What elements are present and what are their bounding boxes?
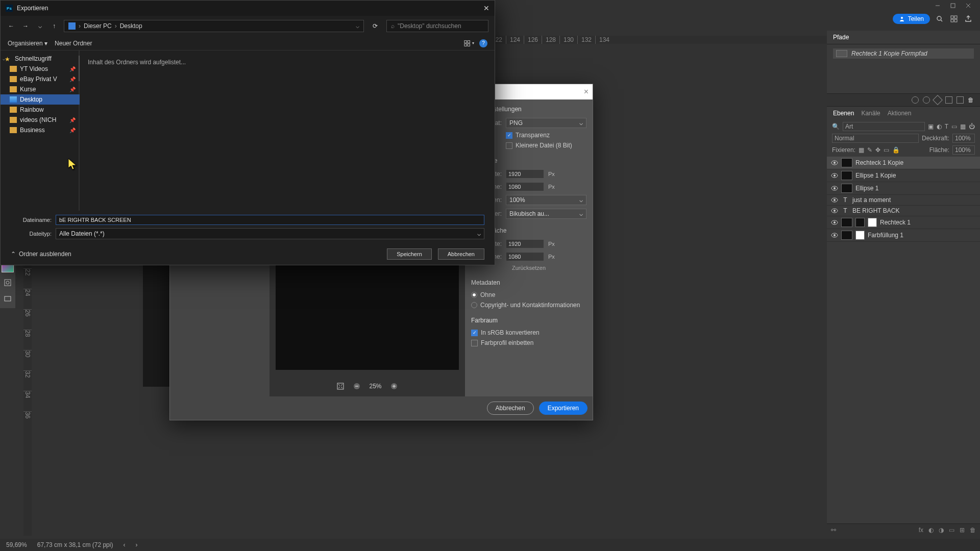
search-box[interactable]: ⌕ "Desktop" durchsuchen [386,20,488,32]
canvas-width-input[interactable] [506,239,544,248]
lock-artboard-icon[interactable]: ▭ [884,146,889,154]
tree-item[interactable]: Rainbow [1,105,80,115]
minimize-button[interactable] [930,1,945,11]
selection-path-icon[interactable] [933,95,943,105]
visibility-icon[interactable] [831,172,838,179]
reset-button[interactable]: Zurücksetzen [471,265,586,271]
fill-path-icon[interactable] [912,96,919,104]
tab-kanaele[interactable]: Kanäle [861,110,880,117]
status-chevron-left[interactable]: ‹ [123,541,125,548]
height-input[interactable] [506,182,544,191]
tree-item[interactable]: ⌵★Schnellzugriff [1,54,80,64]
srgb-checkbox[interactable]: ✓ [471,330,478,336]
share-button[interactable]: Teilen [893,14,930,24]
filter-shape-icon[interactable]: ▭ [951,123,957,130]
visibility-icon[interactable] [831,185,838,192]
save-button[interactable]: Speichern [387,248,432,260]
filter-toggle[interactable]: ⏻ [969,123,975,130]
hide-folders-toggle[interactable]: ⌃Ordner ausblenden [11,251,71,258]
stroke-path-icon[interactable] [923,96,930,104]
layer-row[interactable]: Farbfüllung 1 [827,229,980,242]
zoom-out-icon[interactable] [353,382,361,390]
path-item[interactable]: Rechteck 1 Kopie Formpfad [833,48,974,59]
transparency-checkbox[interactable]: ✓ [506,132,512,139]
smaller-file-checkbox[interactable] [506,142,512,149]
layer-row[interactable]: Tjust a moment [827,195,980,206]
format-select[interactable]: PNG⌵ [506,118,586,128]
resample-select[interactable]: Bikubisch au...⌵ [506,209,586,219]
layer-row[interactable]: Rechteck 1 [827,216,980,229]
close-button[interactable] [961,1,976,11]
layer-row[interactable]: Ellipse 1 Kopie [827,169,980,182]
filter-image-icon[interactable]: ▣ [928,123,934,130]
cancel-button[interactable]: Abbrechen [438,248,484,260]
view-mode-icon[interactable]: ▾ [464,39,474,47]
arrange-icon[interactable] [949,14,959,23]
tree-item[interactable]: Kurse📌 [1,84,80,94]
nav-recent-icon[interactable]: ⌵ [35,22,44,30]
refresh-icon[interactable]: ⟳ [369,22,381,30]
visibility-icon[interactable] [831,219,838,226]
fx-icon[interactable]: fx [919,527,923,534]
zoom-status[interactable]: 59,69% [6,541,27,548]
blend-mode[interactable]: Normal [832,134,919,143]
mask-icon[interactable]: ◐ [928,527,934,534]
breadcrumb-desktop[interactable]: Desktop [120,22,142,30]
mask-path-icon[interactable] [945,96,952,104]
lock-all-icon[interactable]: 🔒 [892,146,900,154]
nav-up-icon[interactable]: ↑ [50,22,59,30]
nav-back-icon[interactable]: ← [7,22,16,30]
tree-item[interactable]: eBay Privat V📌 [1,74,80,84]
quickmask-tool[interactable] [2,277,14,289]
filetype-select[interactable]: Alle Dateien (*.*)⌵ [56,228,484,239]
screenmode-tool[interactable] [2,293,14,305]
export-confirm-button[interactable]: Exportieren [539,402,587,415]
new-folder-button[interactable]: Neuer Ordner [55,40,92,47]
tree-item[interactable]: Business📌 [1,125,80,135]
address-dropdown-icon[interactable]: ⌵ [356,22,359,30]
visibility-icon[interactable] [831,232,838,239]
tree-item[interactable]: Desktop [1,94,80,105]
organize-menu[interactable]: Organisieren ▾ [8,40,47,47]
scale-select[interactable]: 100%⌵ [506,195,586,205]
maximize-button[interactable] [945,1,961,11]
filter-text-icon[interactable]: T [945,123,948,130]
address-bar[interactable]: › Dieser PC › Desktop ⌵ [64,20,364,32]
embed-profile-checkbox[interactable] [471,340,478,346]
filename-input[interactable] [56,215,484,225]
breadcrumb-pc[interactable]: Dieser PC [84,22,112,30]
visibility-icon[interactable] [831,159,838,166]
save-close-icon[interactable]: ✕ [483,4,489,12]
filter-smart-icon[interactable]: ▦ [960,123,966,130]
metadata-none-radio[interactable] [471,292,477,298]
help-icon[interactable]: ? [479,39,487,47]
tab-ebenen[interactable]: Ebenen [833,110,854,117]
new-path-icon[interactable] [957,96,964,104]
export-share-icon[interactable] [964,14,973,23]
opacity-value[interactable]: 100% [952,134,975,143]
metadata-copyright-radio[interactable] [471,302,477,308]
export-close-icon[interactable]: × [584,87,589,96]
tab-pfade[interactable]: Pfade [833,34,849,41]
zoom-in-icon[interactable] [390,382,398,390]
lock-pixels-icon[interactable]: ▦ [859,146,864,154]
tab-aktionen[interactable]: Aktionen [888,110,912,117]
fit-icon[interactable] [336,382,345,390]
trash-icon[interactable]: 🗑 [970,527,976,534]
canvas-height-input[interactable] [506,252,544,261]
layer-row[interactable]: TBE RIGHT BACK [827,206,980,216]
status-chevron-right[interactable]: › [135,541,137,548]
fill-value[interactable]: 100% [952,145,975,155]
layer-row[interactable]: Rechteck 1 Kopie [827,157,980,169]
filter-kind[interactable]: Art [843,122,925,131]
lock-move-icon[interactable]: ✥ [875,146,880,154]
search-icon[interactable]: 🔍 [832,123,840,130]
adjustment-icon[interactable]: ◑ [939,527,944,534]
width-input[interactable] [506,169,544,179]
search-icon[interactable] [935,14,944,23]
file-list-area[interactable]: Inhalt des Ordners wird aufgelistet... [80,51,495,211]
filter-adjust-icon[interactable]: ◐ [937,123,942,130]
delete-path-icon[interactable]: 🗑 [968,96,975,104]
export-cancel-button[interactable]: Abbrechen [487,402,534,415]
lock-brush-icon[interactable]: ✎ [867,146,872,154]
